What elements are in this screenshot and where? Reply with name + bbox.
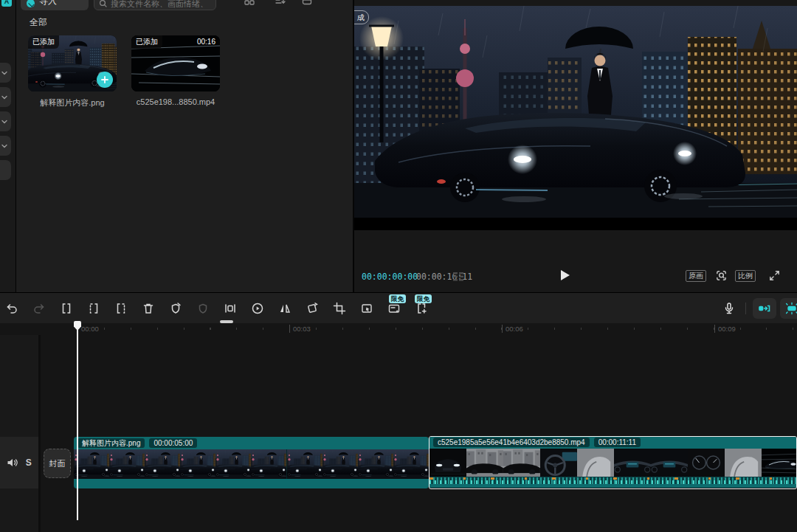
media-item-image[interactable]: 已添加 (28, 35, 117, 91)
ai-watermark: 成 (354, 10, 369, 24)
added-badge: 已添加 (28, 35, 59, 49)
solo-track-button[interactable]: S (26, 457, 32, 468)
letterbox-bar (354, 218, 797, 230)
filmstrip-frame (145, 449, 180, 479)
search-box[interactable] (94, 0, 216, 10)
limited-free-badge: 限免 (389, 294, 406, 303)
playhead[interactable] (74, 321, 81, 331)
filmstrip-frame (287, 449, 322, 479)
clip-header: 解释图片内容.png 00:00:05:00 (74, 437, 429, 449)
aspect-ratio-button[interactable]: 比例 (735, 270, 756, 282)
ruler-label: 00:03 (289, 325, 311, 333)
undo-button[interactable] (3, 298, 21, 319)
smart-clip-icon (414, 301, 429, 316)
timeline-clip-image[interactable]: 解释图片内容.png 00:00:05:00 (74, 437, 429, 488)
category-rail: A (0, 0, 16, 292)
microphone-icon (722, 301, 736, 316)
audio-waveform (429, 477, 796, 484)
media-item-video[interactable]: 已添加 00:16 (131, 35, 220, 91)
preview-panel: 成 00:00:00:00 00:00:16:11 原画 比例 (353, 0, 797, 292)
add-to-timeline-button[interactable] (97, 72, 113, 88)
trim-right-icon (114, 301, 128, 316)
preview-axis-icon (784, 301, 797, 316)
rotate-button[interactable] (303, 298, 321, 319)
filmstrip-frame (393, 449, 429, 479)
category-collapse-button[interactable] (0, 111, 11, 131)
media-item-name: 解释图片内容.png (27, 97, 118, 108)
snap-toggle[interactable] (753, 298, 776, 319)
mirror-button[interactable] (276, 298, 294, 319)
split-button[interactable] (58, 298, 75, 319)
grid-view-button[interactable] (244, 0, 255, 6)
mask-icon (196, 301, 210, 316)
replace-icon (359, 301, 374, 316)
timeline-clip-video-selected[interactable]: c525e1985a5e56e41b4e6403d2be8850.mp4 00:… (429, 436, 797, 490)
filmstrip-frame (651, 449, 688, 477)
import-button[interactable]: 导入 (21, 0, 89, 10)
media-panel: A 导入 全部 已添加 解释图片内容.png 已添加 (0, 0, 353, 292)
trim-right-button[interactable] (112, 298, 130, 319)
filmstrip-frame (215, 449, 251, 479)
redo-button[interactable] (30, 298, 48, 319)
filmstrip-frame (540, 449, 577, 477)
filmstrip-frame (725, 449, 762, 477)
filmstrip-frame (688, 449, 725, 477)
grid-view-icon (244, 0, 255, 6)
layout-button[interactable] (301, 0, 313, 6)
toolbar-divider (745, 303, 746, 314)
original-quality-button[interactable]: 原画 (686, 270, 706, 282)
play-button[interactable] (561, 269, 576, 281)
reverse-button[interactable] (249, 298, 266, 319)
record-voiceover-button[interactable] (719, 298, 739, 319)
plus-icon (100, 75, 109, 84)
freeze-frame-button[interactable] (167, 298, 184, 319)
crop-icon (332, 301, 347, 316)
import-label: 导入 (39, 0, 57, 7)
mask-button[interactable] (194, 298, 212, 319)
text-tool-icon[interactable]: A (1, 0, 12, 7)
video-viewport[interactable]: 成 (354, 6, 797, 218)
fullscreen-button[interactable] (767, 269, 782, 283)
track-header-divider (38, 335, 41, 532)
playhead-line (77, 330, 78, 520)
ruler-label: 00:09 (714, 325, 736, 333)
ruler-label: 00:06 (502, 325, 523, 333)
focus-zoom-button[interactable] (714, 269, 728, 283)
trim-left-button[interactable] (85, 298, 103, 319)
import-icon (27, 0, 35, 7)
delete-button[interactable] (139, 298, 157, 319)
search-input[interactable] (111, 0, 207, 8)
filmstrip-frame (429, 449, 466, 477)
category-collapse-button[interactable] (0, 136, 11, 156)
filmstrip-frame (503, 449, 540, 477)
category-collapse-button[interactable] (0, 87, 11, 107)
search-icon (99, 0, 108, 8)
speaker-icon (7, 457, 18, 468)
ruler-ticks (77, 328, 797, 330)
chevron-down-icon (1, 142, 8, 150)
sort-button[interactable] (275, 0, 286, 6)
clip-footer (74, 479, 429, 488)
chevron-down-icon (1, 118, 8, 125)
cover-button[interactable]: 封面 (44, 449, 71, 478)
category-collapse-button[interactable] (0, 63, 11, 83)
limited-free-badge: 限免 (415, 294, 432, 303)
picture-in-picture-button[interactable] (221, 298, 239, 319)
timeline-scrollbar[interactable] (220, 320, 233, 323)
filmstrip-frame (109, 449, 145, 479)
clip-footer (429, 484, 796, 488)
edit-toolbar: 限免 限免 (0, 292, 797, 323)
category-collapse-button[interactable] (0, 160, 11, 180)
picture-in-picture-icon (223, 301, 238, 316)
preview-axis-toggle[interactable] (780, 298, 797, 319)
split-icon (59, 301, 74, 316)
current-timecode: 00:00:00:00 (362, 272, 418, 282)
crop-button[interactable] (331, 298, 348, 319)
video-frame (354, 6, 797, 218)
section-label: 全部 (30, 16, 47, 29)
filmstrip-frame (358, 449, 393, 479)
replace-button[interactable] (358, 298, 376, 319)
toolbar-left-group (3, 298, 430, 319)
chevron-down-icon (1, 69, 8, 77)
mute-track-button[interactable] (7, 457, 18, 468)
